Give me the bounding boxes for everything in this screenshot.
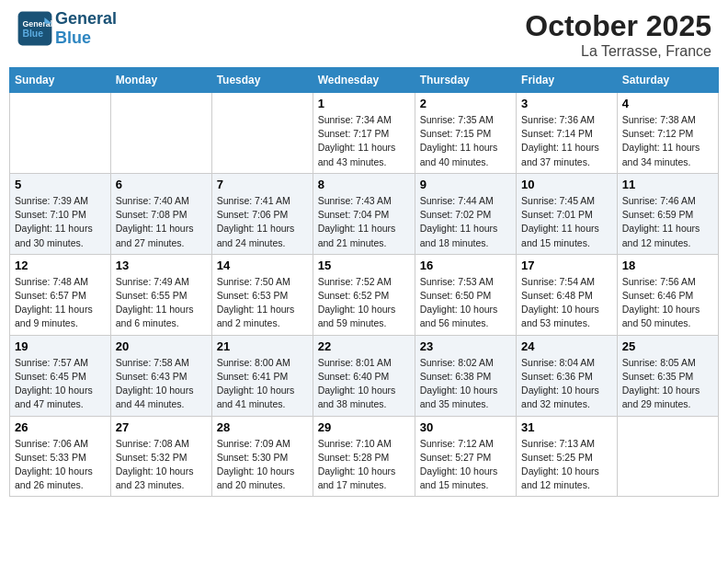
day-info: Sunrise: 7:45 AM Sunset: 7:01 PM Dayligh…: [521, 194, 612, 250]
day-info: Sunrise: 7:56 AM Sunset: 6:46 PM Dayligh…: [622, 275, 713, 331]
calendar-cell: 29Sunrise: 7:10 AM Sunset: 5:28 PM Dayli…: [313, 416, 415, 497]
calendar-cell: 2Sunrise: 7:35 AM Sunset: 7:15 PM Daylig…: [415, 93, 516, 174]
day-info: Sunrise: 8:04 AM Sunset: 6:36 PM Dayligh…: [521, 356, 612, 412]
day-info: Sunrise: 7:36 AM Sunset: 7:14 PM Dayligh…: [521, 113, 612, 169]
day-number: 21: [217, 339, 308, 353]
day-info: Sunrise: 7:06 AM Sunset: 5:33 PM Dayligh…: [15, 437, 106, 493]
day-number: 27: [116, 420, 207, 434]
calendar-cell: 13Sunrise: 7:49 AM Sunset: 6:55 PM Dayli…: [110, 254, 211, 335]
day-number: 2: [420, 97, 511, 110]
day-info: Sunrise: 7:34 AM Sunset: 7:17 PM Dayligh…: [318, 113, 410, 169]
calendar-cell: 14Sunrise: 7:50 AM Sunset: 6:53 PM Dayli…: [211, 254, 313, 335]
day-info: Sunrise: 7:38 AM Sunset: 7:12 PM Dayligh…: [622, 113, 713, 169]
day-info: Sunrise: 8:02 AM Sunset: 6:38 PM Dayligh…: [420, 356, 511, 412]
day-info: Sunrise: 7:53 AM Sunset: 6:50 PM Dayligh…: [420, 275, 511, 331]
day-number: 18: [622, 259, 713, 272]
calendar-cell: [211, 93, 313, 174]
day-number: 12: [15, 259, 106, 272]
calendar-week-row: 26Sunrise: 7:06 AM Sunset: 5:33 PM Dayli…: [10, 416, 719, 497]
calendar-cell: [617, 416, 718, 497]
calendar-cell: 15Sunrise: 7:52 AM Sunset: 6:52 PM Dayli…: [313, 254, 415, 335]
calendar-cell: 3Sunrise: 7:36 AM Sunset: 7:14 PM Daylig…: [517, 93, 618, 174]
calendar-cell: 20Sunrise: 7:58 AM Sunset: 6:43 PM Dayli…: [110, 335, 211, 416]
day-info: Sunrise: 7:09 AM Sunset: 5:30 PM Dayligh…: [217, 437, 308, 493]
day-number: 31: [521, 420, 612, 434]
day-number: 22: [318, 339, 410, 353]
day-number: 16: [420, 259, 511, 272]
day-info: Sunrise: 7:49 AM Sunset: 6:55 PM Dayligh…: [116, 275, 207, 331]
day-number: 15: [318, 259, 410, 272]
calendar-cell: 1Sunrise: 7:34 AM Sunset: 7:17 PM Daylig…: [313, 93, 415, 174]
day-number: 1: [318, 97, 410, 110]
calendar-cell: 30Sunrise: 7:12 AM Sunset: 5:27 PM Dayli…: [415, 416, 516, 497]
day-info: Sunrise: 7:44 AM Sunset: 7:02 PM Dayligh…: [420, 194, 511, 250]
day-number: 24: [521, 339, 612, 353]
calendar-subtitle: La Terrasse, France: [525, 43, 711, 60]
calendar-week-row: 5Sunrise: 7:39 AM Sunset: 7:10 PM Daylig…: [10, 173, 719, 254]
day-number: 10: [521, 178, 612, 191]
weekday-header-thursday: Thursday: [415, 68, 516, 93]
day-number: 28: [217, 420, 308, 434]
day-info: Sunrise: 7:50 AM Sunset: 6:53 PM Dayligh…: [217, 275, 308, 331]
calendar-cell: 24Sunrise: 8:04 AM Sunset: 6:36 PM Dayli…: [517, 335, 618, 416]
calendar-week-row: 19Sunrise: 7:57 AM Sunset: 6:45 PM Dayli…: [10, 335, 719, 416]
calendar-cell: 7Sunrise: 7:41 AM Sunset: 7:06 PM Daylig…: [211, 173, 313, 254]
day-info: Sunrise: 7:58 AM Sunset: 6:43 PM Dayligh…: [116, 356, 207, 412]
page-header: General Blue General Blue October 2025 L…: [9, 9, 719, 60]
calendar-cell: 12Sunrise: 7:48 AM Sunset: 6:57 PM Dayli…: [10, 254, 111, 335]
calendar-cell: 4Sunrise: 7:38 AM Sunset: 7:12 PM Daylig…: [617, 93, 718, 174]
calendar-cell: 26Sunrise: 7:06 AM Sunset: 5:33 PM Dayli…: [10, 416, 111, 497]
weekday-header-saturday: Saturday: [617, 68, 718, 93]
day-info: Sunrise: 7:10 AM Sunset: 5:28 PM Dayligh…: [318, 437, 410, 493]
day-number: 11: [622, 178, 713, 191]
weekday-header-monday: Monday: [110, 68, 211, 93]
calendar-cell: 19Sunrise: 7:57 AM Sunset: 6:45 PM Dayli…: [10, 335, 111, 416]
weekday-header-sunday: Sunday: [10, 68, 111, 93]
calendar-cell: [110, 93, 211, 174]
day-number: 6: [116, 178, 207, 191]
calendar-cell: 9Sunrise: 7:44 AM Sunset: 7:02 PM Daylig…: [415, 173, 516, 254]
weekday-header-row: SundayMondayTuesdayWednesdayThursdayFrid…: [10, 68, 719, 93]
calendar-cell: 16Sunrise: 7:53 AM Sunset: 6:50 PM Dayli…: [415, 254, 516, 335]
calendar-cell: 10Sunrise: 7:45 AM Sunset: 7:01 PM Dayli…: [517, 173, 618, 254]
day-number: 20: [116, 339, 207, 353]
calendar-table: SundayMondayTuesdayWednesdayThursdayFrid…: [9, 67, 719, 497]
weekday-header-tuesday: Tuesday: [211, 68, 313, 93]
calendar-cell: 11Sunrise: 7:46 AM Sunset: 6:59 PM Dayli…: [617, 173, 718, 254]
day-info: Sunrise: 7:13 AM Sunset: 5:25 PM Dayligh…: [521, 437, 612, 493]
day-number: 9: [420, 178, 511, 191]
day-number: 13: [116, 259, 207, 272]
calendar-cell: 27Sunrise: 7:08 AM Sunset: 5:32 PM Dayli…: [110, 416, 211, 497]
day-number: 26: [15, 420, 106, 434]
day-info: Sunrise: 7:40 AM Sunset: 7:08 PM Dayligh…: [116, 194, 207, 250]
day-info: Sunrise: 7:46 AM Sunset: 6:59 PM Dayligh…: [622, 194, 713, 250]
calendar-cell: 21Sunrise: 8:00 AM Sunset: 6:41 PM Dayli…: [211, 335, 313, 416]
day-info: Sunrise: 7:57 AM Sunset: 6:45 PM Dayligh…: [15, 356, 106, 412]
calendar-cell: 28Sunrise: 7:09 AM Sunset: 5:30 PM Dayli…: [211, 416, 313, 497]
calendar-cell: 23Sunrise: 8:02 AM Sunset: 6:38 PM Dayli…: [415, 335, 516, 416]
day-number: 17: [521, 259, 612, 272]
day-number: 4: [622, 97, 713, 110]
calendar-title: October 2025: [525, 9, 711, 43]
logo-general: General: [55, 9, 117, 28]
calendar-cell: 5Sunrise: 7:39 AM Sunset: 7:10 PM Daylig…: [10, 173, 111, 254]
day-info: Sunrise: 7:39 AM Sunset: 7:10 PM Dayligh…: [15, 194, 106, 250]
calendar-cell: 31Sunrise: 7:13 AM Sunset: 5:25 PM Dayli…: [517, 416, 618, 497]
day-info: Sunrise: 8:05 AM Sunset: 6:35 PM Dayligh…: [622, 356, 713, 412]
day-info: Sunrise: 7:43 AM Sunset: 7:04 PM Dayligh…: [318, 194, 410, 250]
day-info: Sunrise: 7:12 AM Sunset: 5:27 PM Dayligh…: [420, 437, 511, 493]
day-info: Sunrise: 7:54 AM Sunset: 6:48 PM Dayligh…: [521, 275, 612, 331]
calendar-cell: 22Sunrise: 8:01 AM Sunset: 6:40 PM Dayli…: [313, 335, 415, 416]
weekday-header-wednesday: Wednesday: [313, 68, 415, 93]
day-number: 19: [15, 339, 106, 353]
calendar-cell: 18Sunrise: 7:56 AM Sunset: 6:46 PM Dayli…: [617, 254, 718, 335]
svg-text:Blue: Blue: [22, 29, 43, 39]
title-block: October 2025 La Terrasse, France: [525, 9, 711, 60]
calendar-cell: [10, 93, 111, 174]
calendar-week-row: 12Sunrise: 7:48 AM Sunset: 6:57 PM Dayli…: [10, 254, 719, 335]
weekday-header-friday: Friday: [517, 68, 618, 93]
day-number: 25: [622, 339, 713, 353]
calendar-cell: 25Sunrise: 8:05 AM Sunset: 6:35 PM Dayli…: [617, 335, 718, 416]
calendar-cell: 6Sunrise: 7:40 AM Sunset: 7:08 PM Daylig…: [110, 173, 211, 254]
day-info: Sunrise: 8:01 AM Sunset: 6:40 PM Dayligh…: [318, 356, 410, 412]
